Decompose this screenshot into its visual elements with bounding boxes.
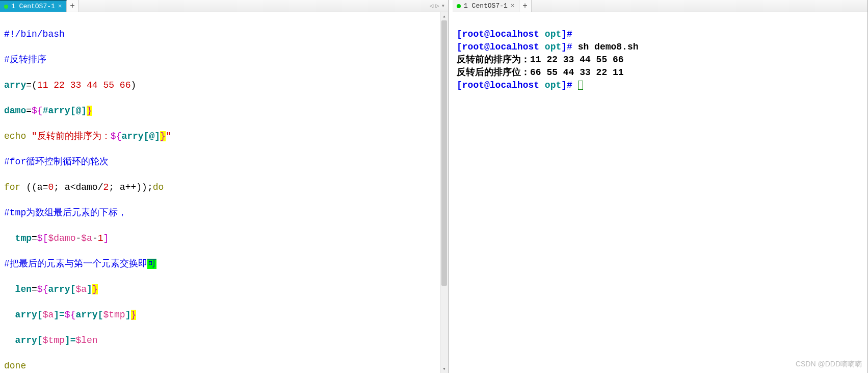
left-pane: 1 CentOS7-1 × + ◁ ▷ ▾ #!/bin/bash #反转排序 …: [0, 0, 449, 373]
cursor-icon: [578, 81, 583, 90]
tab-prev-icon[interactable]: ◁: [430, 2, 433, 10]
tab-nav: ◁ ▷ ▾: [430, 0, 448, 12]
watermark: CSDN @DDD嘀嘀嘀: [796, 360, 862, 369]
scroll-up-icon[interactable]: ▴: [440, 12, 448, 20]
tab-menu-icon[interactable]: ▾: [441, 2, 445, 10]
comment: #for循环控制循环的轮次: [4, 157, 109, 167]
tab-label: 1 CentOS7-1: [11, 3, 55, 10]
close-icon[interactable]: ×: [58, 3, 62, 10]
terminal-command: sh demo8.sh: [572, 42, 639, 52]
status-dot-icon: [4, 5, 8, 9]
new-tab-button[interactable]: +: [519, 0, 532, 12]
comment: #tmp为数组最后元素的下标，: [4, 208, 127, 218]
shebang: #!/bin/bash: [4, 29, 65, 39]
status-dot-icon: [457, 4, 461, 8]
scroll-thumb[interactable]: [441, 20, 447, 286]
comment: #反转排序: [4, 55, 46, 65]
new-tab-button[interactable]: +: [67, 0, 79, 12]
left-tabbar: 1 CentOS7-1 × + ◁ ▷ ▾: [0, 0, 448, 12]
right-tabbar: 1 CentOS7-1 × +: [453, 0, 867, 12]
scrollbar-vertical[interactable]: ▴ ▾: [440, 12, 448, 373]
tab-label: 1 CentOS7-1: [464, 2, 508, 10]
scroll-down-icon[interactable]: ▾: [440, 365, 448, 373]
close-icon[interactable]: ×: [511, 2, 515, 10]
terminal[interactable]: [root@localhost opt]# [root@localhost op…: [453, 12, 867, 373]
tab-next-icon[interactable]: ▷: [436, 2, 439, 10]
tab-centos-left[interactable]: 1 CentOS7-1 ×: [0, 0, 67, 12]
tab-centos-right[interactable]: 1 CentOS7-1 ×: [453, 0, 519, 12]
terminal-output: 反转后的排序位：66 55 44 33 22 11: [457, 67, 624, 78]
right-pane: 1 CentOS7-1 × + [root@localhost opt]# [r…: [453, 0, 868, 373]
code-editor[interactable]: #!/bin/bash #反转排序 arry=(11 22 33 44 55 6…: [0, 12, 448, 373]
comment: #把最后的元素与第一个元素交换即: [4, 259, 147, 269]
terminal-output: 反转前的排序为：11 22 33 44 55 66: [457, 55, 624, 65]
